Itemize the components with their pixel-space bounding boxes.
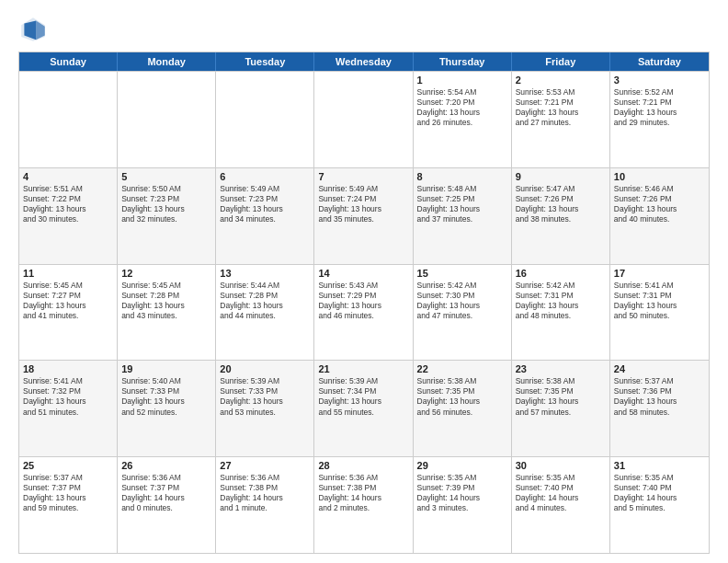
cell-info: Sunrise: 5:40 AM Sunset: 7:33 PM Dayligh…: [121, 376, 211, 417]
calendar-cell-2: 2Sunrise: 5:53 AM Sunset: 7:21 PM Daylig…: [512, 72, 610, 167]
day-number: 6: [220, 171, 310, 182]
logo-icon: [18, 15, 48, 44]
day-number: 1: [417, 75, 507, 86]
cell-info: Sunrise: 5:42 AM Sunset: 7:31 PM Dayligh…: [516, 281, 606, 321]
day-number: 30: [516, 460, 606, 471]
cell-info: Sunrise: 5:44 AM Sunset: 7:28 PM Dayligh…: [220, 281, 310, 321]
calendar-cell-4: 4Sunrise: 5:51 AM Sunset: 7:22 PM Daylig…: [19, 168, 118, 264]
calendar-cell-27: 27Sunrise: 5:36 AM Sunset: 7:38 PM Dayli…: [216, 457, 314, 553]
calendar-cell-24: 24Sunrise: 5:37 AM Sunset: 7:36 PM Dayli…: [610, 361, 709, 456]
calendar-cell-30: 30Sunrise: 5:35 AM Sunset: 7:40 PM Dayli…: [512, 457, 610, 553]
day-number: 7: [318, 171, 408, 182]
cell-info: Sunrise: 5:38 AM Sunset: 7:35 PM Dayligh…: [516, 376, 606, 417]
day-number: 4: [23, 171, 113, 182]
cell-info: Sunrise: 5:50 AM Sunset: 7:23 PM Dayligh…: [121, 184, 211, 224]
header: [18, 15, 710, 44]
day-number: 17: [614, 268, 705, 279]
calendar-cell-28: 28Sunrise: 5:36 AM Sunset: 7:38 PM Dayli…: [314, 457, 413, 553]
calendar-cell-17: 17Sunrise: 5:41 AM Sunset: 7:31 PM Dayli…: [610, 265, 709, 361]
day-number: 18: [23, 363, 113, 374]
calendar-cell-empty-0-1: [118, 72, 216, 167]
calendar-cell-14: 14Sunrise: 5:43 AM Sunset: 7:29 PM Dayli…: [314, 265, 413, 361]
calendar-cell-11: 11Sunrise: 5:45 AM Sunset: 7:27 PM Dayli…: [19, 265, 118, 361]
day-number: 23: [516, 363, 606, 374]
logo: [18, 15, 51, 44]
cell-info: Sunrise: 5:36 AM Sunset: 7:38 PM Dayligh…: [318, 473, 408, 513]
calendar-cell-6: 6Sunrise: 5:49 AM Sunset: 7:23 PM Daylig…: [216, 168, 314, 264]
calendar-cell-16: 16Sunrise: 5:42 AM Sunset: 7:31 PM Dayli…: [512, 265, 610, 361]
calendar-cell-3: 3Sunrise: 5:52 AM Sunset: 7:21 PM Daylig…: [610, 72, 709, 167]
calendar-cell-21: 21Sunrise: 5:39 AM Sunset: 7:34 PM Dayli…: [314, 361, 413, 456]
cell-info: Sunrise: 5:52 AM Sunset: 7:21 PM Dayligh…: [614, 87, 705, 128]
header-day-thursday: Thursday: [414, 52, 512, 71]
cell-info: Sunrise: 5:35 AM Sunset: 7:40 PM Dayligh…: [516, 473, 606, 513]
calendar-row-2: 11Sunrise: 5:45 AM Sunset: 7:27 PM Dayli…: [19, 264, 709, 361]
calendar-cell-9: 9Sunrise: 5:47 AM Sunset: 7:26 PM Daylig…: [512, 168, 610, 264]
calendar-cell-13: 13Sunrise: 5:44 AM Sunset: 7:28 PM Dayli…: [216, 265, 314, 361]
cell-info: Sunrise: 5:39 AM Sunset: 7:33 PM Dayligh…: [220, 376, 310, 417]
cell-info: Sunrise: 5:53 AM Sunset: 7:21 PM Dayligh…: [516, 87, 606, 128]
cell-info: Sunrise: 5:45 AM Sunset: 7:27 PM Dayligh…: [23, 281, 113, 321]
cell-info: Sunrise: 5:39 AM Sunset: 7:34 PM Dayligh…: [318, 376, 408, 417]
day-number: 11: [23, 268, 113, 279]
day-number: 13: [220, 268, 310, 279]
calendar-row-4: 25Sunrise: 5:37 AM Sunset: 7:37 PM Dayli…: [19, 456, 709, 553]
day-number: 31: [614, 460, 705, 471]
cell-info: Sunrise: 5:49 AM Sunset: 7:24 PM Dayligh…: [318, 184, 408, 224]
cell-info: Sunrise: 5:54 AM Sunset: 7:20 PM Dayligh…: [417, 87, 507, 128]
cell-info: Sunrise: 5:37 AM Sunset: 7:36 PM Dayligh…: [614, 376, 705, 417]
header-day-sunday: Sunday: [19, 52, 118, 71]
cell-info: Sunrise: 5:35 AM Sunset: 7:40 PM Dayligh…: [614, 473, 705, 513]
calendar-row-3: 18Sunrise: 5:41 AM Sunset: 7:32 PM Dayli…: [19, 360, 709, 456]
calendar-cell-5: 5Sunrise: 5:50 AM Sunset: 7:23 PM Daylig…: [118, 168, 216, 264]
calendar-cell-empty-0-2: [216, 72, 314, 167]
day-number: 16: [516, 268, 606, 279]
calendar-cell-31: 31Sunrise: 5:35 AM Sunset: 7:40 PM Dayli…: [610, 457, 709, 553]
cell-info: Sunrise: 5:41 AM Sunset: 7:32 PM Dayligh…: [23, 376, 113, 417]
calendar: SundayMondayTuesdayWednesdayThursdayFrid…: [18, 52, 710, 554]
cell-info: Sunrise: 5:49 AM Sunset: 7:23 PM Dayligh…: [220, 184, 310, 224]
cell-info: Sunrise: 5:51 AM Sunset: 7:22 PM Dayligh…: [23, 184, 113, 224]
day-number: 25: [23, 460, 113, 471]
day-number: 22: [417, 363, 507, 374]
calendar-row-1: 4Sunrise: 5:51 AM Sunset: 7:22 PM Daylig…: [19, 167, 709, 264]
day-number: 15: [417, 268, 507, 279]
page: SundayMondayTuesdayWednesdayThursdayFrid…: [0, 0, 728, 563]
day-number: 5: [121, 171, 211, 182]
calendar-cell-29: 29Sunrise: 5:35 AM Sunset: 7:39 PM Dayli…: [414, 457, 512, 553]
cell-info: Sunrise: 5:46 AM Sunset: 7:26 PM Dayligh…: [614, 184, 705, 224]
header-day-friday: Friday: [512, 52, 610, 71]
cell-info: Sunrise: 5:47 AM Sunset: 7:26 PM Dayligh…: [516, 184, 606, 224]
calendar-cell-23: 23Sunrise: 5:38 AM Sunset: 7:35 PM Dayli…: [512, 361, 610, 456]
cell-info: Sunrise: 5:48 AM Sunset: 7:25 PM Dayligh…: [417, 184, 507, 224]
calendar-cell-7: 7Sunrise: 5:49 AM Sunset: 7:24 PM Daylig…: [314, 168, 413, 264]
cell-info: Sunrise: 5:43 AM Sunset: 7:29 PM Dayligh…: [318, 281, 408, 321]
calendar-cell-22: 22Sunrise: 5:38 AM Sunset: 7:35 PM Dayli…: [414, 361, 512, 456]
calendar-body: 1Sunrise: 5:54 AM Sunset: 7:20 PM Daylig…: [19, 71, 709, 553]
calendar-cell-12: 12Sunrise: 5:45 AM Sunset: 7:28 PM Dayli…: [118, 265, 216, 361]
cell-info: Sunrise: 5:41 AM Sunset: 7:31 PM Dayligh…: [614, 281, 705, 321]
calendar-cell-empty-0-0: [19, 72, 118, 167]
cell-info: Sunrise: 5:42 AM Sunset: 7:30 PM Dayligh…: [417, 281, 507, 321]
day-number: 26: [121, 460, 211, 471]
day-number: 19: [121, 363, 211, 374]
header-day-monday: Monday: [118, 52, 216, 71]
calendar-cell-empty-0-3: [314, 72, 413, 167]
calendar-header: SundayMondayTuesdayWednesdayThursdayFrid…: [19, 52, 709, 71]
day-number: 20: [220, 363, 310, 374]
day-number: 27: [220, 460, 310, 471]
header-day-wednesday: Wednesday: [314, 52, 413, 71]
cell-info: Sunrise: 5:36 AM Sunset: 7:38 PM Dayligh…: [220, 473, 310, 513]
day-number: 28: [318, 460, 408, 471]
cell-info: Sunrise: 5:38 AM Sunset: 7:35 PM Dayligh…: [417, 376, 507, 417]
calendar-cell-18: 18Sunrise: 5:41 AM Sunset: 7:32 PM Dayli…: [19, 361, 118, 456]
calendar-cell-20: 20Sunrise: 5:39 AM Sunset: 7:33 PM Dayli…: [216, 361, 314, 456]
day-number: 29: [417, 460, 507, 471]
day-number: 24: [614, 363, 705, 374]
cell-info: Sunrise: 5:35 AM Sunset: 7:39 PM Dayligh…: [417, 473, 507, 513]
calendar-cell-1: 1Sunrise: 5:54 AM Sunset: 7:20 PM Daylig…: [414, 72, 512, 167]
header-day-tuesday: Tuesday: [216, 52, 314, 71]
day-number: 8: [417, 171, 507, 182]
cell-info: Sunrise: 5:37 AM Sunset: 7:37 PM Dayligh…: [23, 473, 113, 513]
calendar-cell-19: 19Sunrise: 5:40 AM Sunset: 7:33 PM Dayli…: [118, 361, 216, 456]
